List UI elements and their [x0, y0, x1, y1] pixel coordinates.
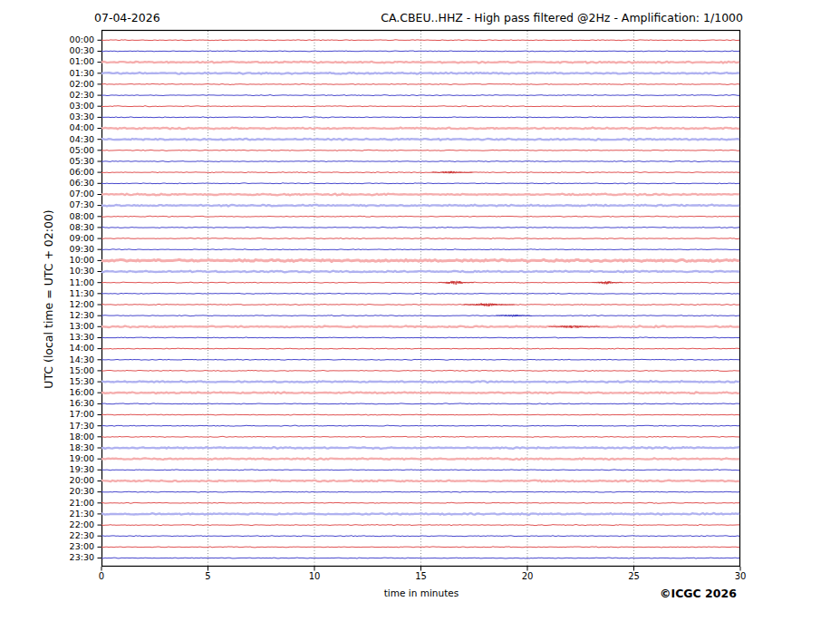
plot-title: CA.CBEU..HHZ - High pass filtered @2Hz -…: [381, 11, 743, 24]
y-axis-label: UTC (local time = UTC + 02:00): [42, 163, 58, 435]
copyright-label: ©ICGC 2026: [660, 587, 737, 600]
seismogram-plot: [0, 0, 840, 631]
date-label: 07-04-2026: [94, 11, 160, 24]
x-axis-label: time in minutes: [331, 587, 512, 598]
